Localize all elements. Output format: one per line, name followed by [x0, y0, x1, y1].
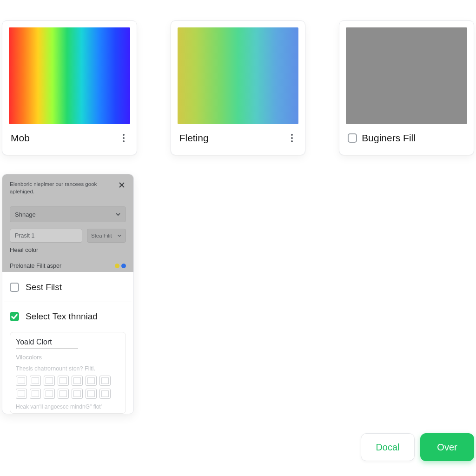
confirm-label: Over [437, 442, 457, 453]
card-label: Mob [11, 132, 30, 144]
settings-panel: Elenboric nieplmer our rancees gook aple… [2, 174, 134, 414]
option-select-tex[interactable]: Select Tex thnniad [2, 302, 133, 330]
shnage-dropdown[interactable]: Shnage [10, 206, 126, 222]
foot-label: Prelonate Filit asper [10, 263, 61, 269]
layout-icon[interactable] [72, 376, 83, 386]
option-checkbox[interactable] [10, 283, 19, 292]
swatch-green-blue [178, 27, 299, 124]
dot-yellow [115, 264, 119, 268]
sub-panel: Yoald Clort Vilocolors Thesls chatrornou… [10, 332, 126, 414]
cancel-button[interactable]: Docal [361, 433, 415, 461]
layout-icon[interactable] [30, 376, 41, 386]
layout-icon-row [16, 376, 120, 399]
card-fleting[interactable]: Fleting [171, 20, 306, 155]
confirm-button[interactable]: Over [420, 433, 474, 461]
preset-field[interactable]: Prasit 1 [10, 229, 82, 243]
option-sest-filst[interactable]: Sest Filst [2, 272, 133, 302]
x-icon [119, 182, 125, 188]
more-menu-icon[interactable] [119, 132, 128, 144]
layout-icon[interactable] [44, 376, 55, 386]
embedded-dialog: Elenboric nieplmer our rancees gook aple… [2, 174, 133, 272]
preset-action-button[interactable]: Stea Filit [87, 229, 126, 243]
cancel-label: Docal [376, 442, 399, 453]
card-mob[interactable]: Mob [2, 20, 137, 155]
option-label: Select Tex thnniad [26, 311, 98, 322]
dialog-hint: Elenboric nieplmer our rancees gook aple… [10, 181, 126, 195]
color-dots [115, 264, 126, 268]
preset-field-value: Prasit 1 [15, 232, 34, 239]
dropdown-value: Shnage [15, 211, 36, 218]
sub-subtitle: Vilocolors [16, 354, 120, 361]
template-card-row: Mob Fleting Buginers Fill [2, 20, 474, 155]
layout-icon[interactable] [30, 389, 41, 399]
sub-foot: Heak van'll angoesce mindnG" flot' [16, 403, 120, 410]
sub-line: Thesls chatrornount ston? Filtl. [16, 365, 120, 372]
card-checkbox[interactable] [348, 133, 357, 143]
dot-blue [121, 264, 126, 268]
layout-icon[interactable] [16, 376, 27, 386]
heal-color-label: Heail color [10, 246, 126, 253]
title-underline [16, 348, 78, 349]
option-checkbox-checked[interactable] [10, 312, 19, 321]
option-label: Sest Filst [26, 282, 62, 292]
layout-icon[interactable] [99, 376, 111, 386]
more-menu-icon[interactable] [287, 132, 297, 144]
layout-icon[interactable] [72, 389, 83, 399]
layout-icon[interactable] [16, 389, 27, 399]
close-icon[interactable] [117, 180, 127, 190]
layout-icon[interactable] [86, 376, 97, 386]
action-bar: Docal Over [361, 433, 474, 461]
swatch-rainbow [9, 27, 130, 124]
preset-button-label: Stea Filit [91, 233, 112, 238]
card-label: Fleting [179, 132, 209, 144]
card-label: Buginers Fill [362, 132, 416, 144]
card-buginers-fill[interactable]: Buginers Fill [339, 20, 474, 155]
swatch-gray [346, 27, 467, 124]
layout-icon[interactable] [58, 389, 69, 399]
layout-icon[interactable] [58, 376, 69, 386]
layout-icon[interactable] [86, 389, 97, 399]
sub-title: Yoald Clort [16, 338, 120, 346]
chevron-down-icon [115, 212, 121, 217]
layout-icon[interactable] [99, 389, 111, 399]
layout-icon[interactable] [44, 389, 55, 399]
chevron-down-icon [117, 233, 122, 238]
